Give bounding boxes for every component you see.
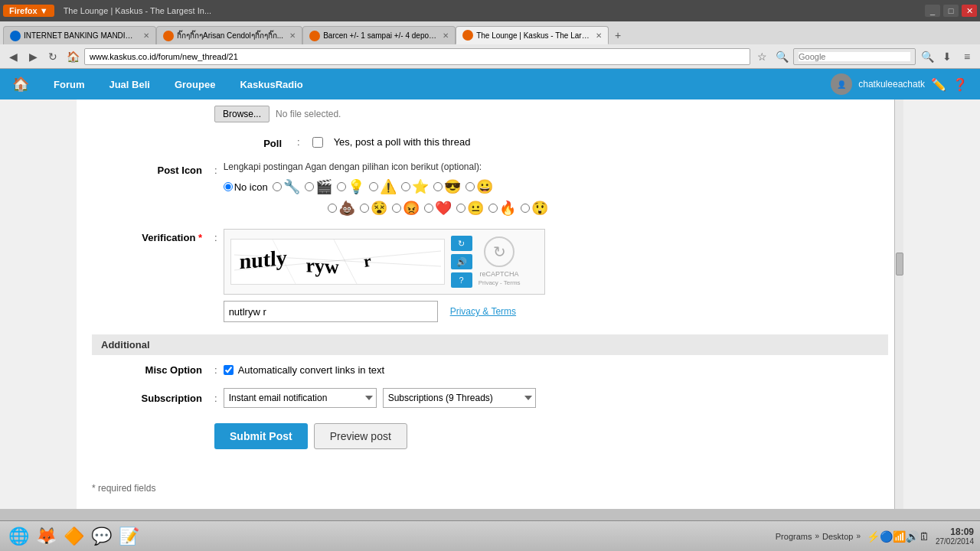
- programs-label[interactable]: Programs: [776, 532, 812, 541]
- icon-option-neutral[interactable]: 😐: [456, 200, 484, 217]
- icon-option-poop[interactable]: 💩: [328, 200, 355, 217]
- nav-jualbeli[interactable]: Jual Beli: [96, 69, 162, 99]
- navigation-bar: ◀ ▶ ↻ 🏠 ☆ 🔍 🔍 ⬇ ≡: [0, 44, 980, 69]
- captcha-input[interactable]: [224, 301, 438, 322]
- icon-radio-dizzy[interactable]: [360, 204, 369, 213]
- icon-option-star[interactable]: ⭐: [401, 178, 429, 195]
- scrollbar[interactable]: [894, 99, 903, 509]
- captcha-help-button[interactable]: ?: [451, 272, 472, 288]
- icon-radio-smile[interactable]: [466, 182, 475, 191]
- icon-radio-film[interactable]: [305, 182, 314, 191]
- nav-kaskusradio[interactable]: KaskusRadio: [227, 69, 315, 99]
- smile-icon: 😀: [476, 178, 493, 195]
- misc-option-checkbox[interactable]: [224, 365, 234, 375]
- taskbar-firefox-icon[interactable]: 🦊: [34, 524, 58, 549]
- preview-post-button[interactable]: Preview post: [314, 423, 407, 449]
- firefox-menu[interactable]: Firefox ▼: [3, 5, 54, 17]
- close-button[interactable]: ✕: [962, 5, 977, 17]
- scrollbar-thumb[interactable]: [896, 253, 903, 276]
- search-box[interactable]: [793, 48, 916, 65]
- icon-radio-poop[interactable]: [328, 204, 337, 213]
- icon-radio-shock[interactable]: [521, 204, 530, 213]
- edit-icon[interactable]: ✏️: [931, 77, 946, 92]
- downloads-button[interactable]: ⬇: [939, 48, 956, 65]
- tab-1[interactable]: INTERNET BANKING MANDIRI - Welc... ✕: [3, 26, 156, 44]
- no-icon-option[interactable]: No icon: [224, 181, 268, 193]
- help-icon[interactable]: ❓: [952, 77, 968, 92]
- no-icon-radio[interactable]: [224, 182, 233, 191]
- icon-grid-row2: 💩 😵 😡 ❤️: [224, 200, 888, 217]
- nav-forum[interactable]: Forum: [41, 69, 96, 99]
- tab-3[interactable]: Barcen +/- 1 sampai +/- 4 depotbata ... …: [302, 26, 456, 44]
- taskbar-word-icon[interactable]: 📝: [116, 524, 141, 549]
- search-button[interactable]: 🔍: [919, 48, 936, 65]
- address-bar[interactable]: [84, 48, 750, 65]
- icon-option-warn[interactable]: ⚠️: [369, 178, 397, 195]
- tab-2[interactable]: กิ๊กๆกิ๊กๆArisan Cendolๆกิ๊กๆกิ๊ก... ✕: [156, 26, 302, 44]
- address-input[interactable]: [90, 52, 745, 61]
- captcha-input-row: Privacy & Terms: [224, 301, 888, 322]
- icon-radio-bulb[interactable]: [337, 182, 346, 191]
- icon-radio-wrench[interactable]: [273, 182, 282, 191]
- post-icon-label: Post Icon: [92, 161, 214, 176]
- icon-option-shock[interactable]: 😲: [521, 200, 548, 217]
- icon-option-film[interactable]: 🎬: [305, 178, 332, 195]
- taskbar-vlc-icon[interactable]: 🔶: [61, 524, 86, 549]
- nav-groupee[interactable]: Groupee: [162, 69, 227, 99]
- icon-option-smile[interactable]: 😀: [466, 178, 493, 195]
- submit-post-button[interactable]: Submit Post: [214, 423, 308, 449]
- taskbar-skype-icon[interactable]: 💬: [89, 524, 113, 549]
- tab-4-close[interactable]: ✕: [596, 31, 602, 40]
- misc-option-label: Misc Option: [92, 364, 214, 376]
- new-tab-button[interactable]: +: [609, 26, 627, 44]
- tab-1-close[interactable]: ✕: [143, 31, 149, 40]
- icon-option-wrench[interactable]: 🔧: [273, 178, 300, 195]
- captcha-box: nutly ryw r ↻ 🔊: [224, 229, 545, 295]
- icon-radio-star[interactable]: [401, 182, 410, 191]
- poll-checkbox[interactable]: [312, 137, 323, 148]
- privacy-terms-link[interactable]: Privacy & Terms: [450, 306, 516, 317]
- icon-radio-neutral[interactable]: [456, 204, 466, 213]
- icon-radio-heart[interactable]: [424, 204, 433, 213]
- home-nav-button[interactable]: 🏠: [64, 48, 81, 65]
- captcha-refresh-button[interactable]: ↻: [451, 236, 472, 251]
- subscription-threads-select[interactable]: Subscriptions (9 Threads): [383, 388, 536, 408]
- tab-3-close[interactable]: ✕: [443, 31, 449, 40]
- captcha-audio-button[interactable]: 🔊: [451, 254, 472, 269]
- menu-button[interactable]: ≡: [959, 48, 975, 65]
- wrench-icon: 🔧: [283, 178, 300, 195]
- star-button[interactable]: ☆: [753, 48, 770, 65]
- reload-button[interactable]: ↻: [44, 48, 61, 65]
- icon-option-bulb[interactable]: 💡: [337, 178, 364, 195]
- icon-option-cool[interactable]: 😎: [433, 178, 461, 195]
- subscription-label: Subscription: [92, 393, 214, 404]
- site-home-button[interactable]: 🏠: [12, 76, 29, 93]
- search-input[interactable]: [799, 52, 910, 61]
- forward-button[interactable]: ▶: [24, 48, 41, 65]
- icon-option-fire[interactable]: 🔥: [488, 200, 516, 217]
- poll-checkbox-label: Yes, post a poll with this thread: [334, 136, 471, 148]
- icon-option-angry[interactable]: 😡: [392, 200, 420, 217]
- browse-button[interactable]: Browse...: [214, 106, 270, 122]
- icon-radio-warn[interactable]: [369, 182, 378, 191]
- desktop-label[interactable]: Desktop: [822, 532, 853, 541]
- captcha-svg: nutly ryw r: [234, 240, 441, 284]
- tab-4[interactable]: The Lounge | Kaskus - The Largest In... …: [456, 26, 609, 44]
- misc-option-content: Automatically convert links in text: [224, 364, 888, 376]
- icon-radio-fire[interactable]: [488, 204, 498, 213]
- back-button[interactable]: ◀: [5, 48, 21, 65]
- cool-icon: 😎: [444, 178, 461, 195]
- maximize-button[interactable]: □: [943, 5, 959, 17]
- search-engines-button[interactable]: 🔍: [773, 48, 790, 65]
- window-title: The Lounge | Kaskus - The Largest In...: [57, 6, 922, 15]
- icon-radio-angry[interactable]: [392, 204, 401, 213]
- subscription-type-select[interactable]: Instant email notification: [224, 388, 377, 408]
- icon-radio-cool[interactable]: [433, 182, 443, 191]
- minimize-button[interactable]: _: [925, 5, 940, 17]
- fire-icon: 🔥: [499, 200, 516, 217]
- taskbar-ie-icon[interactable]: 🌐: [6, 524, 31, 549]
- desktop-arrow: »: [856, 532, 861, 540]
- icon-option-dizzy[interactable]: 😵: [360, 200, 387, 217]
- icon-option-heart[interactable]: ❤️: [424, 200, 452, 217]
- tab-2-close[interactable]: ✕: [289, 31, 296, 40]
